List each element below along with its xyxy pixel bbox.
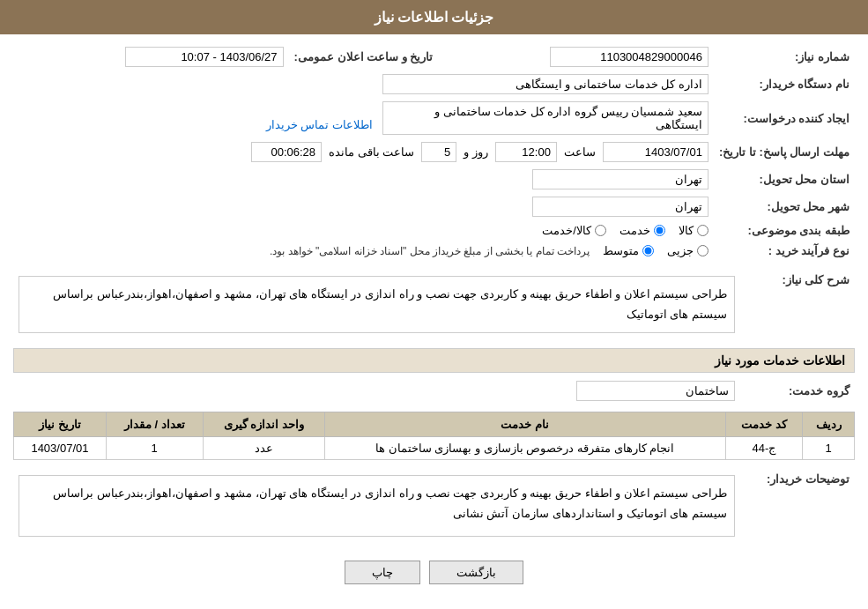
mohlet-baqi: 00:06:28 (251, 142, 322, 162)
cell-radif: 1 (803, 436, 855, 459)
payment-note: پرداخت تمام یا بخشی از مبلغ خریداز محل "… (270, 245, 590, 257)
mohlet-saet: 12:00 (495, 142, 557, 162)
back-button[interactable]: بازگشت (429, 561, 523, 584)
shomara-niyaz-value: 1103004829000046 (550, 47, 708, 67)
kala-khedmat-label: کالا/خدمت (542, 224, 591, 237)
buyer-desc-table: توضیحات خریدار: طراحی سیستم اعلان و اطفا… (13, 467, 855, 545)
sharh-table: شرح کلی نیاز: طراحی سیستم اعلان و اطفاء … (13, 268, 855, 341)
tarikh-saet-cell: 1403/06/27 - 10:07 (13, 43, 289, 71)
ettelaat-link[interactable]: اطلاعات تماس خریدار (266, 118, 373, 131)
col-count: تعداد / مقدار (106, 412, 203, 436)
col-radif: ردیف (803, 412, 855, 436)
mohlet-rooz-label: روز و (464, 145, 488, 159)
buyer-desc-label: توضیحات خریدار: (740, 467, 855, 545)
cell-unit: عدد (203, 436, 324, 459)
goroh-value: ساختمان (576, 381, 735, 401)
ostan-value: تهران (532, 169, 708, 189)
table-row: 1ج-44انجام کارهای متفرقه درخصوص بازسازی … (14, 436, 855, 459)
cell-count: 1 (106, 436, 203, 459)
ostan-cell: تهران (13, 166, 714, 193)
kala-radio-input[interactable] (697, 225, 708, 236)
kala-label: کالا (679, 224, 694, 237)
print-button[interactable]: چاپ (345, 561, 420, 584)
buyer-desc-value: طراحی سیستم اعلان و اطفاء حریق بهینه و ک… (19, 475, 735, 537)
sharh-label: شرح کلی نیاز: (740, 268, 855, 341)
khedmat-radio-input[interactable] (654, 225, 665, 236)
shomara-niyaz-label: شماره نیاز: (714, 43, 855, 71)
abad-value: سعید شمسیان رییس گروه اداره کل خدمات ساخ… (382, 101, 708, 135)
shahr-label: شهر محل تحویل: (714, 193, 855, 220)
goroh-cell: ساختمان (13, 377, 740, 405)
col-date: تاریخ نیاز (14, 412, 107, 436)
noe-farayand-cell: جزیی متوسط پرداخت تمام یا بخشی از مبلغ خ… (13, 241, 714, 261)
motavasset-label: متوسط (603, 244, 639, 257)
shomara-niyaz-cell: 1103004829000046 (438, 43, 714, 71)
cell-code: ج-44 (725, 436, 803, 459)
kala-radio[interactable]: کالا (679, 224, 708, 237)
shahr-cell: تهران (13, 193, 714, 220)
shahr-value: تهران (532, 197, 708, 217)
motavasset-radio-input[interactable] (642, 245, 654, 256)
abad-label: ایجاد کننده درخواست: (714, 98, 855, 138)
mohlet-baqi-label: ساعت باقی مانده (329, 145, 414, 159)
abad-cell: سعید شمسیان رییس گروه اداره کل خدمات ساخ… (13, 98, 714, 138)
motavasset-radio[interactable]: متوسط (603, 244, 654, 257)
name-dastgah-label: نام دستگاه خریدار: (714, 71, 855, 98)
page-wrapper: جزئیات اطلاعات نیاز شماره نیاز: 11030048… (0, 0, 868, 609)
mohlet-cell: 1403/07/01 ساعت 12:00 روز و 5 ساعت باقی … (13, 138, 714, 166)
name-dastgah-value: اداره کل خدمات ساختمانی و ایستگاهی (382, 74, 708, 94)
buyer-desc-cell: طراحی سیستم اعلان و اطفاء حریق بهینه و ک… (13, 467, 740, 545)
khedmat-label: خدمت (619, 224, 650, 237)
tabaqe-cell: کالا خدمت کالا/خدمت (13, 220, 714, 241)
footer-buttons: بازگشت چاپ (13, 552, 855, 593)
page-header: جزئیات اطلاعات نیاز (0, 0, 868, 34)
sharh-value: طراحی سیستم اعلان و اطفاء حریق بهینه و ک… (19, 276, 735, 333)
main-content: شماره نیاز: 1103004829000046 تاریخ و ساع… (0, 34, 868, 602)
name-dastgah-cell: اداره کل خدمات ساختمانی و ایستگاهی (13, 71, 714, 98)
mohlet-rooz: 5 (421, 142, 456, 162)
info-table-1: شماره نیاز: 1103004829000046 تاریخ و ساع… (13, 43, 855, 261)
page-title: جزئیات اطلاعات نیاز (375, 10, 494, 25)
jozvi-label: جزیی (667, 244, 694, 257)
kala-khedmat-radio[interactable]: کالا/خدمت (542, 224, 606, 237)
tarikh-saet-value: 1403/06/27 - 10:07 (125, 47, 284, 67)
jozvi-radio-input[interactable] (697, 245, 708, 256)
tarikh-saet-label: تاریخ و ساعت اعلان عمومی: (289, 43, 439, 71)
tabaqe-label: طبقه بندی موضوعی: (714, 220, 855, 241)
cell-name: انجام کارهای متفرقه درخصوص بازسازی و بهس… (324, 436, 725, 459)
cell-date: 1403/07/01 (14, 436, 107, 459)
khedmat-section-title: اطلاعات خدمات مورد نیاز (13, 348, 855, 373)
goroh-table: گروه خدمت: ساختمان (13, 377, 855, 405)
mohlet-label: مهلت ارسال پاسخ: تا تاریخ: (714, 138, 855, 166)
kala-khedmat-radio-input[interactable] (595, 225, 606, 236)
khedmat-radio[interactable]: خدمت (619, 224, 665, 237)
col-unit: واحد اندازه گیری (203, 412, 324, 436)
noe-farayand-label: نوع فرآیند خرید : (714, 241, 855, 261)
jozvi-radio[interactable]: جزیی (667, 244, 708, 257)
mohlet-date: 1403/07/01 (603, 142, 708, 162)
mohlet-saet-label: ساعت (564, 145, 596, 159)
col-code: کد خدمت (725, 412, 803, 436)
ostan-label: استان محل تحویل: (714, 166, 855, 193)
col-name: نام خدمت (324, 412, 725, 436)
services-table: ردیف کد خدمت نام خدمت واحد اندازه گیری ت… (13, 412, 855, 460)
goroh-label: گروه خدمت: (740, 377, 855, 405)
sharh-cell: طراحی سیستم اعلان و اطفاء حریق بهینه و ک… (13, 268, 740, 341)
